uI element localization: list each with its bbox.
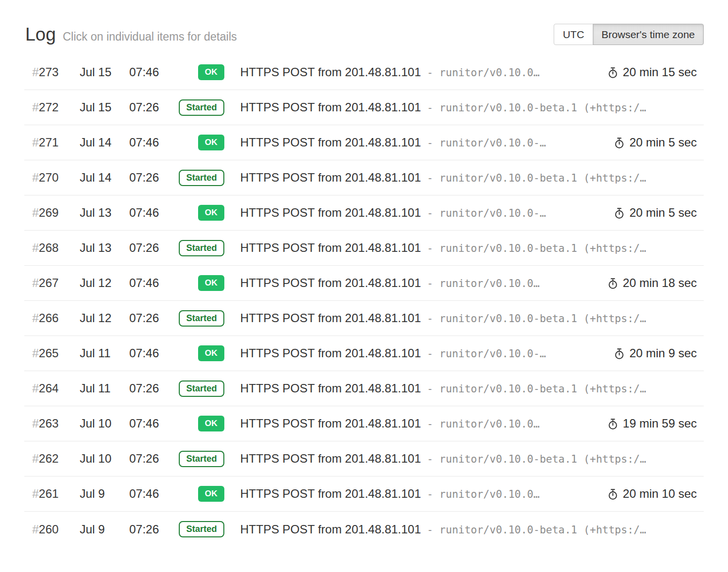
run-duration: 20 min 9 sec [614, 346, 697, 360]
run-time: 07:46 [129, 487, 171, 501]
run-time: 07:46 [129, 417, 171, 430]
log-row[interactable]: #272 Jul 15 07:26 Started HTTPS POST fro… [24, 90, 704, 125]
log-row[interactable]: #270 Jul 14 07:26 Started HTTPS POST fro… [24, 160, 704, 195]
status-badge: Started [179, 170, 224, 186]
run-id-number: 260 [39, 523, 58, 536]
stopwatch-icon [607, 278, 619, 289]
duration-text: 20 min 15 sec [623, 65, 697, 79]
stopwatch-icon [614, 348, 625, 359]
status-badge-cell: OK [171, 64, 224, 80]
status-badge: OK [198, 416, 225, 431]
log-row[interactable]: #265 Jul 11 07:46 OK HTTPS POST from 201… [24, 336, 704, 371]
event-cell: HTTPS POST from 201.48.81.101 - runitor/… [240, 241, 697, 255]
run-time: 07:46 [129, 65, 171, 79]
run-id-hash: # [32, 346, 39, 360]
event-main-text: HTTPS POST from 201.48.81.101 [240, 487, 421, 501]
event-agent-text: - runitor/v0.10.0-beta.1 (+https:/… [427, 102, 646, 114]
run-date: Jul 14 [80, 136, 129, 149]
log-row[interactable]: #269 Jul 13 07:46 OK HTTPS POST from 201… [24, 195, 704, 231]
event-main-text: HTTPS POST from 201.48.81.101 [240, 65, 421, 79]
log-row[interactable]: #262 Jul 10 07:26 Started HTTPS POST fro… [24, 441, 704, 477]
event-agent-text: - runitor/v0.10.0… [427, 488, 540, 500]
run-id: #272 [32, 100, 80, 114]
timezone-toggle: UTC Browser's time zone [554, 24, 704, 45]
event-main-text: HTTPS POST from 201.48.81.101 [240, 171, 421, 185]
event-agent-text: - runitor/v0.10.0-beta.1 (+https:/… [427, 524, 646, 536]
run-date: Jul 11 [80, 346, 129, 360]
log-row[interactable]: #273 Jul 15 07:46 OK HTTPS POST from 201… [24, 55, 704, 90]
run-time: 07:46 [129, 136, 171, 149]
stopwatch-icon [607, 488, 619, 500]
run-id-hash: # [32, 241, 39, 254]
event-cell: HTTPS POST from 201.48.81.101 - runitor/… [240, 136, 606, 149]
run-date: Jul 12 [80, 311, 129, 325]
status-badge: Started [179, 99, 224, 116]
log-row[interactable]: #267 Jul 12 07:46 OK HTTPS POST from 201… [24, 266, 704, 301]
event-main-text: HTTPS POST from 201.48.81.101 [240, 381, 421, 395]
run-id-hash: # [32, 381, 39, 395]
status-badge: OK [198, 275, 225, 291]
run-time: 07:26 [129, 381, 171, 395]
run-id-number: 269 [39, 206, 58, 219]
run-id: #261 [32, 487, 80, 501]
event-cell: HTTPS POST from 201.48.81.101 - runitor/… [240, 206, 606, 220]
run-id-number: 273 [39, 65, 58, 79]
run-time: 07:26 [129, 452, 171, 466]
event-main-text: HTTPS POST from 201.48.81.101 [240, 241, 421, 255]
event-main-text: HTTPS POST from 201.48.81.101 [240, 523, 421, 536]
event-agent-text: - runitor/v0.10.0-beta.1 (+https:/… [427, 383, 646, 395]
event-main-text: HTTPS POST from 201.48.81.101 [240, 136, 421, 149]
run-id: #271 [32, 136, 80, 149]
run-duration: 19 min 59 sec [607, 417, 697, 430]
event-cell: HTTPS POST from 201.48.81.101 - runitor/… [240, 276, 599, 290]
event-cell: HTTPS POST from 201.48.81.101 - runitor/… [240, 171, 697, 185]
stopwatch-icon [614, 137, 625, 148]
run-time: 07:26 [129, 100, 171, 114]
event-agent-text: - runitor/v0.10.0-… [427, 348, 546, 360]
page-title: Log [25, 24, 56, 45]
run-time: 07:26 [129, 523, 171, 536]
run-date: Jul 15 [80, 100, 129, 114]
log-row[interactable]: #268 Jul 13 07:26 Started HTTPS POST fro… [24, 231, 704, 266]
duration-text: 20 min 18 sec [623, 276, 697, 290]
event-cell: HTTPS POST from 201.48.81.101 - runitor/… [240, 523, 697, 536]
event-main-text: HTTPS POST from 201.48.81.101 [240, 276, 421, 290]
duration-text: 20 min 5 sec [629, 136, 697, 149]
stopwatch-icon [614, 207, 625, 219]
run-id: #262 [32, 452, 80, 466]
run-id-hash: # [32, 487, 39, 500]
status-badge-cell: Started [171, 310, 224, 327]
log-row[interactable]: #271 Jul 14 07:46 OK HTTPS POST from 201… [24, 125, 704, 160]
event-cell: HTTPS POST from 201.48.81.101 - runitor/… [240, 100, 697, 114]
run-date: Jul 13 [80, 241, 129, 255]
status-badge-cell: Started [171, 170, 224, 186]
run-date: Jul 10 [80, 417, 129, 430]
run-id-hash: # [32, 206, 39, 219]
utc-button[interactable]: UTC [554, 24, 593, 45]
run-duration: 20 min 5 sec [614, 136, 697, 149]
event-agent-text: - runitor/v0.10.0-… [427, 207, 546, 219]
duration-text: 19 min 59 sec [623, 417, 697, 430]
event-agent-text: - runitor/v0.10.0-beta.1 (+https:/… [427, 172, 646, 184]
log-row[interactable]: #261 Jul 9 07:46 OK HTTPS POST from 201.… [24, 477, 704, 512]
run-date: Jul 9 [80, 523, 129, 536]
run-id-number: 272 [39, 100, 58, 114]
event-main-text: HTTPS POST from 201.48.81.101 [240, 346, 421, 360]
run-time: 07:46 [129, 206, 171, 220]
event-main-text: HTTPS POST from 201.48.81.101 [240, 100, 421, 114]
browser-timezone-button[interactable]: Browser's time zone [593, 24, 704, 45]
status-badge: Started [179, 521, 224, 537]
run-id-number: 261 [39, 487, 58, 500]
status-badge: OK [198, 486, 225, 502]
stopwatch-icon [607, 67, 619, 78]
log-row[interactable]: #260 Jul 9 07:26 Started HTTPS POST from… [24, 512, 704, 547]
log-row[interactable]: #264 Jul 11 07:26 Started HTTPS POST fro… [24, 371, 704, 406]
run-duration: 20 min 10 sec [607, 487, 697, 501]
event-cell: HTTPS POST from 201.48.81.101 - runitor/… [240, 311, 697, 325]
log-row[interactable]: #263 Jul 10 07:46 OK HTTPS POST from 201… [24, 406, 704, 441]
log-row[interactable]: #266 Jul 12 07:26 Started HTTPS POST fro… [24, 301, 704, 336]
status-badge-cell: Started [171, 99, 224, 116]
title-wrap: Log Click on individual items for detail… [25, 24, 237, 45]
status-badge-cell: OK [171, 205, 224, 221]
status-badge: Started [179, 310, 224, 327]
